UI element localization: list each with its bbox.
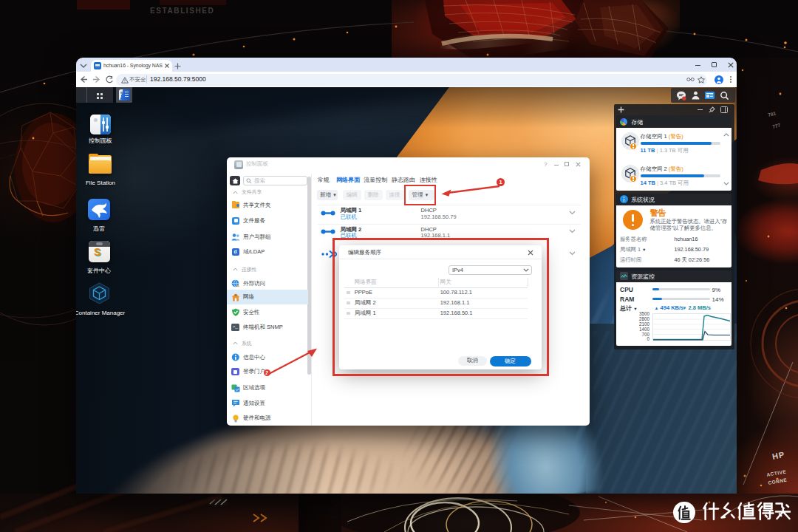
- svg-text:777: 777: [772, 122, 782, 129]
- svg-text:CONNE: CONNE: [768, 477, 788, 485]
- svg-text:HP: HP: [771, 450, 785, 461]
- svg-text:ACTIVE: ACTIVE: [766, 468, 787, 477]
- svg-text:ESTABLISHED: ESTABLISHED: [150, 7, 214, 15]
- svg-text:781: 781: [768, 110, 777, 117]
